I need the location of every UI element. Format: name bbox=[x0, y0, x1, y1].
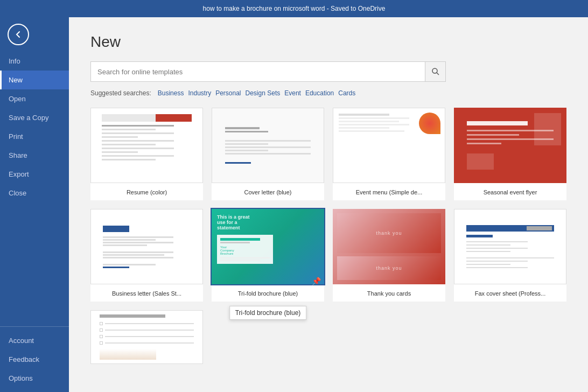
suggested-searches: Suggested searches: Business Industry Pe… bbox=[90, 89, 566, 97]
sidebar-item-save-a-copy[interactable]: Save a Copy bbox=[0, 108, 69, 127]
template-label-cover: Cover letter (blue) bbox=[212, 183, 324, 200]
template-card-cover[interactable]: Cover letter (blue) bbox=[212, 108, 324, 200]
search-input[interactable] bbox=[91, 64, 425, 80]
sidebar-item-close[interactable]: Close bbox=[0, 184, 69, 202]
template-thumb-wedding bbox=[90, 310, 203, 364]
tag-design-sets[interactable]: Design Sets bbox=[246, 89, 281, 97]
template-thumb-seasonal bbox=[454, 108, 566, 183]
template-card-thankyou[interactable]: thank you thank you Thank you cards bbox=[333, 209, 445, 302]
template-label-trifold: Tri-fold brochure (blue) bbox=[212, 284, 324, 302]
template-wrapper-event-menu: Event menu (Simple de... bbox=[333, 108, 445, 200]
template-wrapper-thankyou: thank you thank you Thank you cards bbox=[333, 209, 445, 302]
sidebar: Info New Open Save a Copy Print Share Ex… bbox=[0, 17, 69, 392]
search-button[interactable] bbox=[425, 62, 445, 81]
template-label-resume: Resume (color) bbox=[90, 183, 203, 200]
sidebar-nav: Info New Open Save a Copy Print Share Ex… bbox=[0, 52, 69, 392]
main-content: New Suggested searches: Business Industr… bbox=[69, 17, 588, 392]
back-button[interactable] bbox=[8, 24, 29, 45]
template-card-event-menu[interactable]: Event menu (Simple de... bbox=[333, 108, 445, 200]
template-wrapper-wedding bbox=[90, 310, 203, 364]
sidebar-item-share[interactable]: Share bbox=[0, 146, 69, 165]
title-text: how to make a brochure on microsoft word… bbox=[203, 5, 386, 12]
template-card-trifold[interactable]: This is a greatuse for astatement YourCo… bbox=[212, 209, 324, 302]
template-label-fax: Fax cover sheet (Profess... bbox=[454, 284, 566, 302]
svg-point-0 bbox=[432, 68, 437, 73]
tag-education[interactable]: Education bbox=[305, 89, 334, 97]
template-wrapper-seasonal: Seasonal event flyer bbox=[454, 108, 566, 200]
template-card-business-letter[interactable]: Business letter (Sales St... bbox=[90, 209, 203, 302]
template-thumb-fax bbox=[454, 209, 566, 284]
tag-cards[interactable]: Cards bbox=[338, 89, 355, 97]
page-title: New bbox=[90, 33, 566, 51]
sidebar-item-info[interactable]: Info bbox=[0, 52, 69, 71]
sidebar-item-export[interactable]: Export bbox=[0, 165, 69, 184]
template-wrapper-cover: Cover letter (blue) bbox=[212, 108, 324, 200]
sidebar-bottom: Account Feedback Options bbox=[0, 326, 69, 388]
sidebar-item-options[interactable]: Options bbox=[0, 369, 69, 388]
template-wrapper-trifold: This is a greatuse for astatement YourCo… bbox=[212, 209, 324, 302]
template-card-resume[interactable]: Resume (color) bbox=[90, 108, 203, 200]
template-wrapper-resume: Resume (color) bbox=[90, 108, 203, 200]
template-thumb-event-menu bbox=[333, 108, 445, 183]
template-thumb-thankyou: thank you thank you bbox=[333, 209, 445, 284]
sidebar-item-feedback[interactable]: Feedback bbox=[0, 350, 69, 369]
tag-business[interactable]: Business bbox=[158, 89, 184, 97]
template-thumb-cover bbox=[212, 108, 324, 183]
template-label-thankyou: Thank you cards bbox=[333, 284, 445, 302]
tag-industry[interactable]: Industry bbox=[188, 89, 211, 97]
template-thumb-trifold: This is a greatuse for astatement YourCo… bbox=[212, 209, 324, 284]
sidebar-item-new[interactable]: New bbox=[0, 71, 69, 89]
template-wrapper-fax: Fax cover sheet (Profess... bbox=[454, 209, 566, 302]
tag-event[interactable]: Event bbox=[284, 89, 301, 97]
template-thumb-resume bbox=[90, 108, 203, 183]
search-icon bbox=[431, 67, 440, 76]
template-label-business-letter: Business letter (Sales St... bbox=[90, 284, 203, 302]
suggested-label: Suggested searches: bbox=[90, 89, 151, 97]
template-label-event-menu: Event menu (Simple de... bbox=[333, 183, 445, 200]
template-card-fax[interactable]: Fax cover sheet (Profess... bbox=[454, 209, 566, 302]
template-card-seasonal[interactable]: Seasonal event flyer bbox=[454, 108, 566, 200]
sidebar-item-print[interactable]: Print bbox=[0, 127, 69, 146]
template-card-wedding[interactable] bbox=[90, 310, 203, 364]
pin-icon: 📌 bbox=[312, 277, 321, 285]
template-wrapper-business-letter: Business letter (Sales St... bbox=[90, 209, 203, 302]
sidebar-item-open[interactable]: Open bbox=[0, 89, 69, 108]
search-bar bbox=[90, 61, 446, 82]
sidebar-item-account[interactable]: Account bbox=[0, 331, 69, 350]
template-thumb-business-letter bbox=[90, 209, 203, 284]
trifold-tooltip: Tri-fold brochure (blue) bbox=[229, 306, 307, 320]
tag-personal[interactable]: Personal bbox=[215, 89, 241, 97]
title-bar: how to make a brochure on microsoft word… bbox=[0, 0, 588, 17]
template-label-seasonal: Seasonal event flyer bbox=[454, 183, 566, 200]
templates-grid: Resume (color) bbox=[90, 108, 566, 364]
svg-line-1 bbox=[437, 73, 439, 75]
